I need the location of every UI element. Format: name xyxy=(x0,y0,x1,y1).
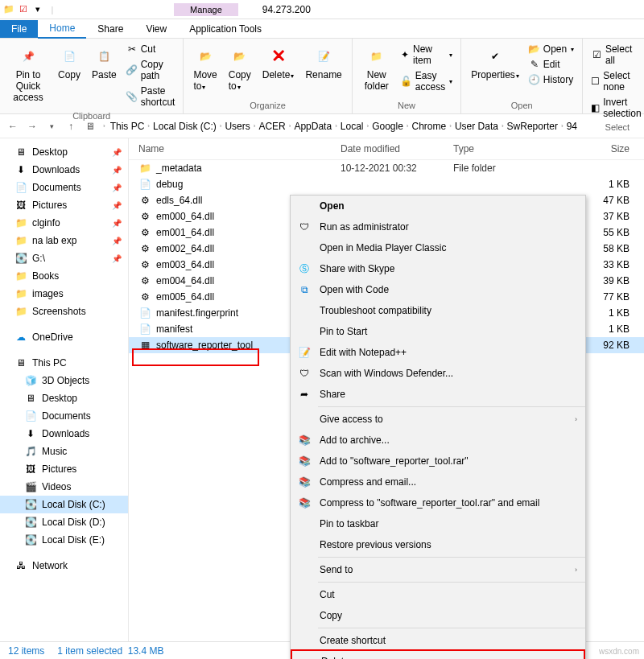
ctx-share[interactable]: ➦Share xyxy=(291,384,585,405)
ctx-compress-rar-email[interactable]: 📚Compress to "software_reporter_tool.rar… xyxy=(291,492,585,513)
sidebar-onedrive[interactable]: ☁OneDrive xyxy=(0,328,128,346)
ctx-add-archive[interactable]: 📚Add to archive... xyxy=(291,430,585,451)
ctx-notepad[interactable]: 📝Edit with Notepad++ xyxy=(291,342,585,363)
ctx-compress-email[interactable]: 📚Compress and email... xyxy=(291,472,585,492)
chevron-right-icon[interactable]: › xyxy=(101,122,107,130)
copy-to-button[interactable]: 📂Copy to▾ xyxy=(224,42,256,95)
move-to-button[interactable]: 📂Move to▾ xyxy=(188,42,221,95)
ctx-delete[interactable]: Delete xyxy=(292,651,584,659)
crumb-google[interactable]: Google xyxy=(372,121,403,132)
sidebar-item-pictures[interactable]: 🖼Pictures📌 xyxy=(0,196,128,214)
ctx-copy[interactable]: Copy xyxy=(291,605,585,626)
tab-application-tools[interactable]: Application Tools xyxy=(178,20,273,38)
sidebar-item-documents[interactable]: 📄Documents📌 xyxy=(0,179,128,196)
crumb-local-disk-c-[interactable]: Local Disk (C:) xyxy=(153,121,217,132)
sidebar-item-clginfo[interactable]: 📁clginfo📌 xyxy=(0,214,128,232)
ctx-vscode[interactable]: ⧉Open with Code xyxy=(291,279,585,300)
open-icon[interactable]: ☑ xyxy=(18,4,29,15)
sidebar-network[interactable]: 🖧Network xyxy=(0,557,128,575)
crumb-user-data[interactable]: User Data xyxy=(455,121,498,132)
file-row[interactable]: 📄debug1 KB xyxy=(129,176,644,192)
tab-view[interactable]: View xyxy=(134,20,178,38)
tab-share[interactable]: Share xyxy=(86,20,134,38)
chevron-down-icon[interactable]: ▾ xyxy=(32,4,43,15)
new-folder-button[interactable]: 📁New folder xyxy=(357,42,396,95)
easy-access-button[interactable]: 🔓Easy access▾ xyxy=(398,68,456,94)
select-all-button[interactable]: ☑Select all xyxy=(588,42,644,68)
sidebar-item-desktop[interactable]: 🖥Desktop📌 xyxy=(0,143,128,161)
breadcrumb[interactable]: This PC›Local Disk (C:)›Users›ACER›AppDa… xyxy=(110,121,577,132)
invert-selection-button[interactable]: ◧Invert selection xyxy=(588,95,644,121)
sidebar-item-local-disk-e-[interactable]: 💽Local Disk (E:) xyxy=(0,531,128,549)
copy-button[interactable]: 📄Copy xyxy=(53,42,85,84)
crumb-acer[interactable]: ACER xyxy=(258,121,285,132)
crumb-94[interactable]: 94 xyxy=(567,121,577,132)
crumb-appdata[interactable]: AppData xyxy=(294,121,332,132)
chevron-right-icon[interactable]: › xyxy=(559,122,565,130)
sidebar-item-screenshots[interactable]: 📁Screenshots xyxy=(0,303,128,320)
sidebar-item-downloads[interactable]: ⬇Downloads xyxy=(0,425,128,443)
ctx-give-access[interactable]: Give access to› xyxy=(291,409,585,430)
select-none-button[interactable]: ☐Select none xyxy=(588,68,644,94)
history-button[interactable]: 🕘History xyxy=(526,72,577,87)
sidebar-item-images[interactable]: 📁images xyxy=(0,285,128,303)
crumb-swreporter[interactable]: SwReporter xyxy=(507,121,558,132)
chevron-right-icon[interactable]: › xyxy=(333,122,339,130)
sidebar-this-pc[interactable]: 🖥This PC xyxy=(0,354,128,372)
crumb-users[interactable]: Users xyxy=(225,121,250,132)
paste-button[interactable]: 📋Paste xyxy=(87,42,122,84)
sidebar-item-local-disk-c-[interactable]: 💽Local Disk (C:) xyxy=(0,496,128,513)
navigation-pane[interactable]: 🖥Desktop📌⬇Downloads📌📄Documents📌🖼Pictures… xyxy=(0,138,129,641)
chevron-right-icon[interactable]: › xyxy=(146,122,151,130)
manage-contextual-tab[interactable]: Manage xyxy=(174,3,238,16)
ctx-skype[interactable]: ⓈShare with Skype xyxy=(291,258,585,279)
sidebar-item-na-lab-exp[interactable]: 📁na lab exp📌 xyxy=(0,232,128,249)
open-button[interactable]: 📂Open▾ xyxy=(526,42,577,56)
sidebar-item-desktop[interactable]: 🖥Desktop xyxy=(0,389,128,407)
properties-button[interactable]: ✔Properties▾ xyxy=(466,42,524,84)
back-button[interactable]: ← xyxy=(5,118,21,134)
ctx-pin-taskbar[interactable]: Pin to taskbar xyxy=(291,513,585,534)
copy-path-button[interactable]: 🔗Copy path xyxy=(123,57,179,83)
column-headers[interactable]: Name Date modified Type Size xyxy=(129,138,644,160)
chevron-right-icon[interactable]: › xyxy=(365,122,370,130)
forward-button[interactable]: → xyxy=(24,118,40,134)
paste-shortcut-button[interactable]: 📎Paste shortcut xyxy=(123,84,179,109)
crumb-chrome[interactable]: Chrome xyxy=(412,121,447,132)
sidebar-item-books[interactable]: 📁Books xyxy=(0,267,128,285)
chevron-right-icon[interactable]: › xyxy=(287,122,293,130)
ctx-run-as-admin[interactable]: 🛡Run as administrator xyxy=(291,216,585,237)
sidebar-item-local-disk-d-[interactable]: 💽Local Disk (D:) xyxy=(0,513,128,531)
ctx-create-shortcut[interactable]: Create shortcut xyxy=(291,630,585,651)
sidebar-item-g-[interactable]: 💽G:\📌 xyxy=(0,249,128,267)
up-button[interactable]: ↑ xyxy=(63,118,79,134)
chevron-right-icon[interactable]: › xyxy=(218,122,224,130)
sidebar-item-videos[interactable]: 🎬Videos xyxy=(0,478,128,496)
chevron-right-icon[interactable]: › xyxy=(448,122,453,130)
rename-button[interactable]: 📝Rename xyxy=(300,42,346,84)
ctx-cut[interactable]: Cut xyxy=(291,584,585,605)
ctx-restore-prev[interactable]: Restore previous versions xyxy=(291,534,585,555)
chevron-right-icon[interactable]: › xyxy=(500,122,506,130)
new-item-button[interactable]: ✦New item▾ xyxy=(398,42,456,68)
chevron-right-icon[interactable]: › xyxy=(405,122,411,130)
recent-button[interactable]: ▾ xyxy=(43,118,60,134)
ctx-add-rar[interactable]: 📚Add to "software_reporter_tool.rar" xyxy=(291,451,585,472)
ctx-send-to[interactable]: Send to› xyxy=(291,559,585,580)
ctx-pin-start[interactable]: Pin to Start xyxy=(291,321,585,342)
tab-file[interactable]: File xyxy=(0,20,38,38)
sidebar-item-pictures[interactable]: 🖼Pictures xyxy=(0,460,128,478)
ctx-open[interactable]: Open xyxy=(291,196,585,216)
sidebar-item-documents[interactable]: 📄Documents xyxy=(0,407,128,425)
sidebar-item-3d-objects[interactable]: 🧊3D Objects xyxy=(0,372,128,389)
edit-button[interactable]: ✎Edit xyxy=(526,57,577,72)
tab-home[interactable]: Home xyxy=(38,19,86,39)
crumb-local[interactable]: Local xyxy=(341,121,364,132)
ctx-media-player[interactable]: Open in Media Player Classic xyxy=(291,237,585,258)
crumb-this-pc[interactable]: This PC xyxy=(110,121,145,132)
file-row[interactable]: 📁_metadata10-12-2021 00:32File folder xyxy=(129,160,644,176)
ctx-defender[interactable]: 🛡Scan with Windows Defender... xyxy=(291,363,585,384)
delete-button[interactable]: ✕Delete▾ xyxy=(258,42,299,84)
cut-button[interactable]: ✂Cut xyxy=(123,42,179,56)
sidebar-item-downloads[interactable]: ⬇Downloads📌 xyxy=(0,161,128,179)
